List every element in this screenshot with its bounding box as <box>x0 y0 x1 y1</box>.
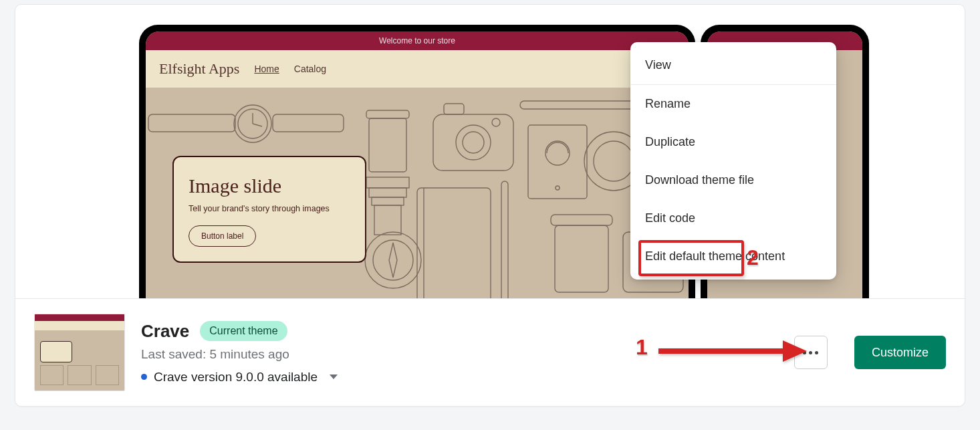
theme-thumbnail <box>34 314 125 391</box>
theme-info-bar: Crave Current theme Last saved: 5 minute… <box>15 298 965 406</box>
slide-card: Image slide Tell your brand's story thro… <box>172 156 366 263</box>
store-navbar: Elfsight Apps Home Catalog <box>146 50 689 88</box>
slide-title: Image slide <box>189 175 350 197</box>
svg-rect-31 <box>551 215 612 225</box>
slide-button[interactable]: Button label <box>189 225 256 247</box>
svg-point-24 <box>594 141 634 181</box>
svg-line-6 <box>253 124 262 126</box>
svg-rect-7 <box>273 114 344 132</box>
svg-rect-2 <box>148 114 235 132</box>
menu-item-rename[interactable]: Rename <box>630 85 836 123</box>
theme-card: Welcome to our store Elfsight Apps Home … <box>15 4 965 407</box>
svg-rect-13 <box>374 205 401 235</box>
svg-rect-9 <box>366 110 409 118</box>
menu-item-download[interactable]: Download theme file <box>630 161 836 199</box>
svg-rect-11 <box>369 188 406 197</box>
nav-link-home[interactable]: Home <box>254 64 279 74</box>
svg-point-29 <box>373 240 413 280</box>
svg-rect-20 <box>528 125 587 199</box>
theme-actions-menu: View Rename Duplicate Download theme fil… <box>630 42 836 280</box>
update-dot-icon <box>141 374 147 380</box>
svg-rect-10 <box>366 177 409 188</box>
desktop-preview-frame: Welcome to our store Elfsight Apps Home … <box>139 25 695 299</box>
desktop-preview-screen: Welcome to our store Elfsight Apps Home … <box>146 31 689 299</box>
customize-button[interactable]: Customize <box>854 336 946 369</box>
svg-rect-12 <box>372 197 404 205</box>
svg-rect-18 <box>444 104 464 114</box>
svg-rect-30 <box>555 225 608 292</box>
svg-point-16 <box>463 132 484 153</box>
version-available-text: Crave version 9.0.0 available <box>154 370 318 385</box>
menu-item-editdefault[interactable]: Edit default theme content <box>630 237 836 276</box>
svg-point-22 <box>556 186 560 190</box>
menu-item-duplicate[interactable]: Duplicate <box>630 123 836 161</box>
svg-rect-8 <box>369 118 406 172</box>
menu-item-editcode[interactable]: Edit code <box>630 199 836 237</box>
svg-point-15 <box>456 125 491 160</box>
slide-subtitle: Tell your brand's story through images <box>189 204 350 213</box>
dots-icon <box>803 351 806 354</box>
announcement-text: Welcome to our store <box>379 36 455 45</box>
nav-link-catalog[interactable]: Catalog <box>294 64 326 74</box>
svg-point-21 <box>545 141 570 165</box>
theme-name: Crave <box>141 321 189 342</box>
current-theme-badge: Current theme <box>200 321 287 341</box>
theme-info: Crave Current theme Last saved: 5 minute… <box>141 321 338 385</box>
svg-rect-25 <box>417 188 491 299</box>
version-available-row[interactable]: Crave version 9.0.0 available <box>141 370 338 385</box>
svg-rect-27 <box>501 181 508 299</box>
last-saved-text: Last saved: 5 minutes ago <box>141 347 338 362</box>
announcement-bar: Welcome to our store <box>146 31 689 50</box>
svg-rect-14 <box>433 114 513 171</box>
chevron-down-icon <box>330 374 338 379</box>
hero-section: Image slide Tell your brand's story thro… <box>146 88 689 299</box>
store-brand: Elfsight Apps <box>159 60 239 78</box>
svg-point-17 <box>492 118 500 126</box>
menu-item-view[interactable]: View <box>630 46 836 85</box>
more-actions-button[interactable] <box>794 336 828 369</box>
